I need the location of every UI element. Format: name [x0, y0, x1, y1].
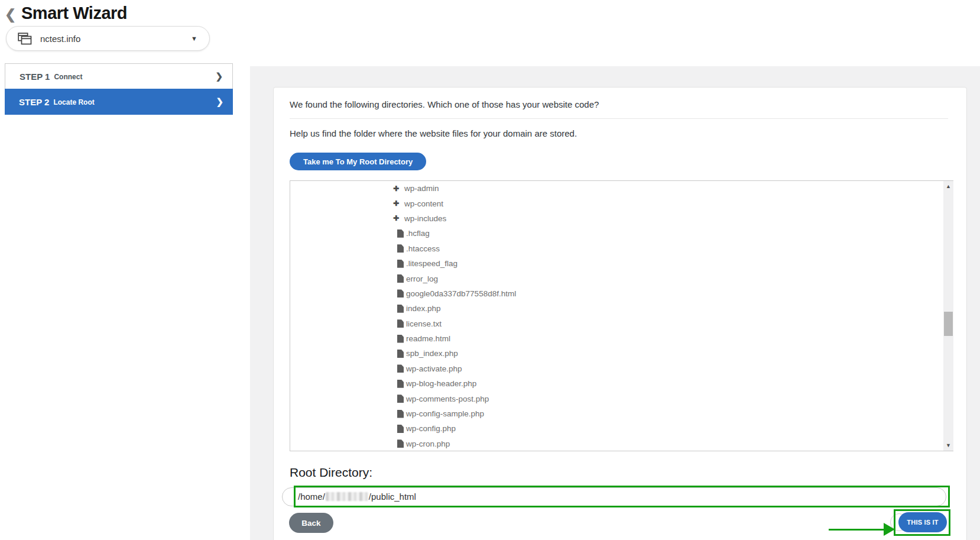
- tree-item-label: google0da337db77558d8f.html: [406, 289, 516, 298]
- tree-item-label: wp-blog-header.php: [406, 379, 476, 388]
- file-icon: [397, 395, 404, 403]
- file-icon: [397, 410, 404, 418]
- expand-plus-icon[interactable]: ✚: [392, 199, 400, 208]
- path-suffix: /public_html: [369, 492, 416, 502]
- domain-selector-value: nctest.info: [40, 27, 80, 51]
- scroll-down-arrow-icon[interactable]: ▼: [943, 442, 953, 448]
- chevron-right-icon: ❯: [215, 64, 223, 89]
- file-icon: [397, 425, 404, 433]
- tree-item-label: readme.html: [406, 334, 450, 343]
- tree-item-label: .hcflag: [406, 229, 430, 238]
- tree-item[interactable]: index.php: [392, 301, 942, 316]
- this-is-it-button[interactable]: THIS IS IT: [898, 512, 947, 532]
- back-icon[interactable]: ❮: [5, 7, 16, 22]
- tree-item[interactable]: ✚wp-content: [392, 196, 942, 211]
- directory-tree: ✚wp-admin✚wp-content✚wp-includes.hcflag.…: [290, 180, 953, 451]
- file-icon: [397, 260, 404, 268]
- step-number: STEP 2: [19, 97, 49, 107]
- file-icon: [397, 380, 404, 388]
- scrollbar-thumb[interactable]: [944, 312, 953, 336]
- expand-plus-icon[interactable]: ✚: [392, 214, 400, 222]
- tree-item-label: error_log: [406, 274, 438, 283]
- tree-item-label: wp-admin: [404, 184, 439, 193]
- green-arrow-head-icon: [884, 523, 895, 536]
- redacted-username: [326, 492, 368, 501]
- file-icon: [397, 289, 404, 298]
- file-icon: [397, 274, 404, 283]
- path-prefix: /home/: [298, 492, 325, 502]
- tree-item[interactable]: ✚wp-admin: [392, 181, 942, 196]
- tree-item-label: spb_index.php: [406, 349, 458, 358]
- steps-nav: STEP 1 Connect ❯ STEP 2 Locate Root ❯: [5, 63, 233, 115]
- file-icon: [397, 244, 404, 253]
- tree-item-label: wp-content: [404, 199, 443, 208]
- file-icon: [397, 364, 404, 373]
- tree-item[interactable]: readme.html: [392, 331, 942, 346]
- tree-item-label: .htaccess: [406, 244, 440, 253]
- tree-item-label: wp-comments-post.php: [406, 395, 489, 403]
- file-icon: [397, 335, 404, 343]
- tree-item-label: license.txt: [406, 319, 442, 328]
- file-icon: [397, 319, 404, 328]
- step-label: Connect: [54, 72, 82, 81]
- tree-item[interactable]: license.txt: [392, 316, 942, 331]
- help-text: Help us find the folder where the websit…: [290, 128, 577, 138]
- tree-item[interactable]: .hcflag: [392, 226, 942, 241]
- root-directory-label: Root Directory:: [290, 465, 372, 480]
- tree-item[interactable]: wp-config-sample.php: [392, 406, 942, 421]
- tree-item-label: wp-cron.php: [406, 439, 450, 448]
- windows-stack-icon: [18, 33, 32, 47]
- chevron-right-icon: ❯: [216, 89, 223, 115]
- tree-scrollbar[interactable]: ▲ ▼: [943, 181, 953, 451]
- tree-item[interactable]: spb_index.php: [392, 346, 942, 361]
- back-button[interactable]: Back: [289, 513, 333, 533]
- file-icon: [397, 229, 404, 238]
- tree-item[interactable]: wp-blog-header.php: [392, 376, 942, 391]
- tree-item-label: wp-activate.php: [406, 364, 462, 373]
- domain-selector[interactable]: nctest.info ▼: [6, 26, 210, 51]
- directories-question: We found the following directories. Whic…: [290, 99, 599, 109]
- scroll-up-arrow-icon[interactable]: ▲: [943, 183, 953, 189]
- tree-item-label: .litespeed_flag: [406, 259, 457, 268]
- file-icon: [397, 439, 404, 448]
- tree-item[interactable]: ✚wp-includes: [392, 211, 942, 226]
- step-number: STEP 1: [20, 72, 50, 82]
- tree-item[interactable]: .htaccess: [392, 241, 942, 256]
- tree-item-label: wp-config.php: [406, 424, 456, 433]
- tree-item[interactable]: error_log: [392, 271, 942, 286]
- tree-item[interactable]: wp-activate.php: [392, 361, 942, 376]
- smart-wizard-page: ❮ Smart Wizard nctest.info ▼ STEP 1 Conn…: [0, 0, 980, 540]
- tree-item-label: index.php: [406, 304, 441, 313]
- take-me-to-root-button[interactable]: Take me To My Root Directory: [290, 153, 426, 170]
- file-icon: [397, 305, 404, 313]
- root-directory-value: /home//public_html: [298, 488, 416, 506]
- tree-item[interactable]: wp-comments-post.php: [392, 391, 942, 406]
- divider: [290, 118, 948, 119]
- file-icon: [397, 350, 404, 358]
- step-1-connect[interactable]: STEP 1 Connect ❯: [5, 64, 232, 89]
- root-directory-input[interactable]: /home//public_html: [282, 487, 946, 506]
- expand-plus-icon[interactable]: ✚: [392, 185, 400, 193]
- file-tree-items: ✚wp-admin✚wp-content✚wp-includes.hcflag.…: [290, 181, 942, 451]
- step-label: Locate Root: [53, 97, 94, 106]
- tree-item-label: wp-config-sample.php: [406, 409, 484, 418]
- tree-item-label: wp-includes: [404, 214, 446, 223]
- page-title: Smart Wizard: [21, 4, 127, 23]
- step-2-locate-root[interactable]: STEP 2 Locate Root ❯: [5, 89, 233, 115]
- chevron-down-icon: ▼: [191, 27, 197, 51]
- tree-item[interactable]: wp-cron.php: [392, 436, 942, 451]
- tree-item[interactable]: wp-config.php: [392, 421, 942, 436]
- tree-item[interactable]: google0da337db77558d8f.html: [392, 286, 942, 301]
- tree-item[interactable]: .litespeed_flag: [392, 256, 942, 271]
- green-arrow-annotation: [829, 529, 884, 531]
